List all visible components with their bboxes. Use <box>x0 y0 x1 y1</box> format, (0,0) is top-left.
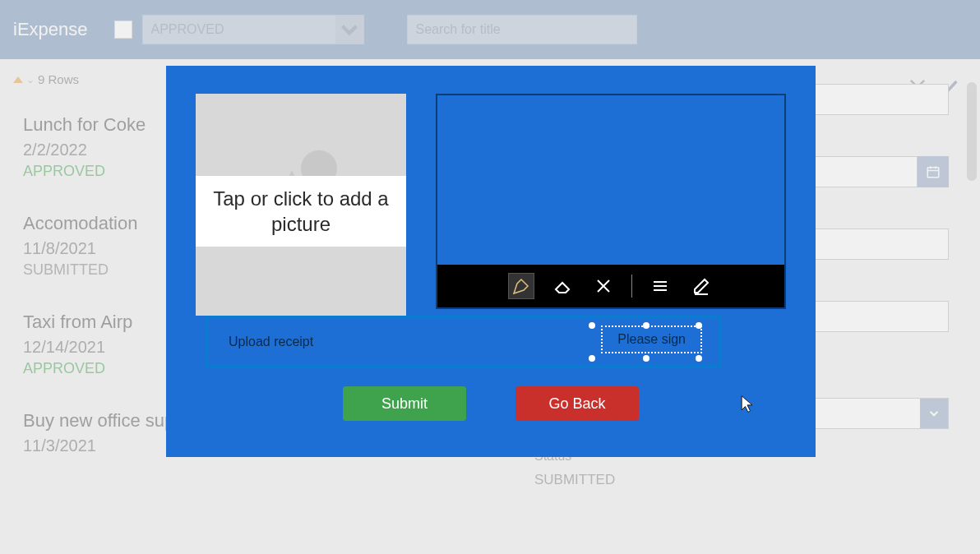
search-placeholder: Search for title <box>416 22 501 37</box>
status-value: SUBMITTED <box>534 472 949 488</box>
selection-handle[interactable] <box>643 322 649 329</box>
rows-count-label: 9 Rows <box>38 72 79 86</box>
sign-label-selected[interactable]: Please sign <box>601 325 702 353</box>
selection-handle[interactable] <box>696 355 702 362</box>
scrollbar[interactable] <box>967 82 977 181</box>
selection-handle[interactable] <box>589 322 595 329</box>
svg-rect-2 <box>927 168 939 178</box>
signature-box[interactable] <box>436 94 786 309</box>
search-input[interactable]: Search for title <box>407 15 637 44</box>
selection-handle[interactable] <box>643 355 649 362</box>
pen-tool-icon[interactable] <box>508 273 534 299</box>
signature-toolbar <box>437 265 784 307</box>
calendar-icon[interactable] <box>918 156 949 187</box>
go-back-button-label: Go Back <box>548 395 605 413</box>
clear-icon[interactable] <box>590 273 617 299</box>
lines-icon[interactable] <box>647 273 673 299</box>
chevron-down-icon: ⌄ <box>26 74 35 85</box>
upload-prompt: Tap or click to add a picture <box>207 186 395 237</box>
go-back-button[interactable]: Go Back <box>515 386 639 421</box>
eraser-tool-icon[interactable] <box>549 273 576 299</box>
chevron-down-icon <box>335 16 363 44</box>
sign-label: Please sign <box>617 332 686 346</box>
upload-sign-modal: Tap or click to add a picture <box>166 66 816 457</box>
chevron-down-icon <box>920 399 948 428</box>
toolbar-separator <box>631 275 632 298</box>
submit-button-label: Submit <box>381 395 428 413</box>
edit-icon[interactable] <box>688 273 714 299</box>
filter-select[interactable]: APPROVED <box>142 15 364 44</box>
labels-row: Upload receipt Please sign <box>206 316 722 368</box>
submit-button[interactable]: Submit <box>343 386 466 421</box>
selection-handle[interactable] <box>696 322 702 329</box>
receipt-upload-box[interactable]: Tap or click to add a picture <box>196 94 406 316</box>
upload-label: Upload receipt <box>229 335 313 349</box>
selection-handle[interactable] <box>589 355 595 362</box>
filter-checkbox[interactable] <box>114 21 132 39</box>
modal-buttons: Submit Go Back <box>196 386 786 421</box>
app-title: iExpense <box>13 19 88 40</box>
filter-select-label: APPROVED <box>143 22 335 37</box>
app-header: iExpense APPROVED Search for title <box>0 0 980 59</box>
warning-icon <box>13 76 23 83</box>
